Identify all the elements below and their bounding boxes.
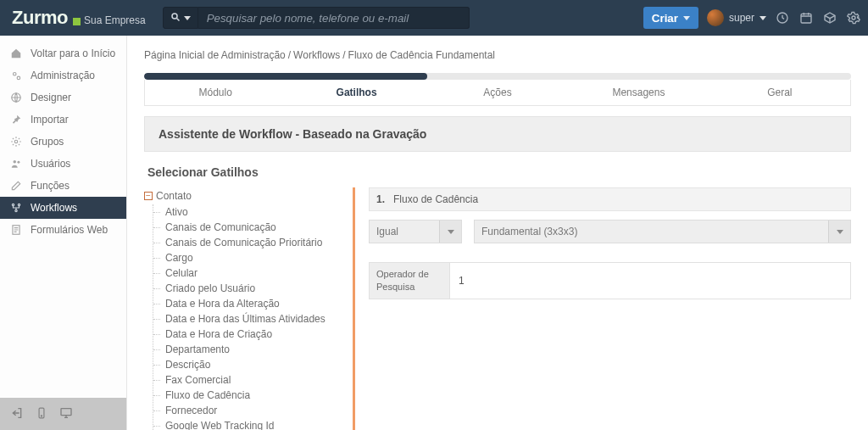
svg-point-12: [18, 204, 19, 205]
user-label: super: [729, 12, 754, 24]
trigger-field-label: Fluxo de Cadência: [393, 193, 478, 205]
panel-subheader: Selecionar Gatilhos: [144, 152, 851, 184]
svg-point-9: [14, 160, 17, 164]
gears-icon: [10, 70, 22, 81]
search-icon: [170, 12, 181, 25]
tree-leaf[interactable]: Fluxo de Cadência: [159, 388, 339, 403]
breadcrumb-separator: /: [288, 49, 291, 61]
svg-point-10: [17, 161, 19, 164]
sidenav-item-label: Usuários: [31, 158, 70, 170]
wizard-step-módulo[interactable]: Módulo: [145, 80, 286, 105]
operator-value: Igual: [376, 226, 398, 237]
chevron-down-icon: [184, 16, 191, 20]
svg-point-16: [41, 415, 42, 416]
globe-icon: [10, 92, 22, 103]
phone-icon[interactable]: [36, 407, 47, 422]
panel-title: Assistente de Workflow - Baseado na Grav…: [144, 116, 851, 152]
sidenav-item-push-pin[interactable]: Importar: [0, 109, 126, 131]
brand-name: Zurmo: [12, 7, 68, 29]
create-button[interactable]: Criar: [643, 7, 698, 29]
breadcrumb-item[interactable]: Workflows: [293, 49, 340, 61]
sidenav-item-label: Voltar para o Início: [31, 47, 115, 59]
wizard-progress-fill: [144, 73, 427, 80]
svg-point-6: [17, 76, 20, 80]
workflow-icon: [10, 202, 22, 214]
wizard-step-mensagens[interactable]: Mensagens: [568, 80, 709, 105]
chevron-down-icon: [683, 16, 690, 20]
avatar: [707, 9, 724, 26]
tree-leaf[interactable]: Descrição: [159, 357, 339, 372]
create-button-label: Criar: [652, 12, 678, 25]
sidenav-item-home[interactable]: Voltar para o Início: [0, 42, 126, 64]
tree-leaf[interactable]: Data e Hora da Alteração: [159, 296, 339, 311]
sidenav-item-workflow[interactable]: Workflows: [0, 197, 126, 219]
tree-collapse-icon[interactable]: −: [144, 192, 153, 200]
tree-leaf[interactable]: Cargo: [159, 250, 339, 265]
search-scope-dropdown[interactable]: [163, 7, 198, 29]
svg-rect-17: [61, 408, 71, 415]
tree-leaf[interactable]: Celular: [159, 265, 339, 281]
tree-leaf[interactable]: Canais de Comunicação Prioritário: [159, 235, 339, 250]
topbar: Zurmo Sua Empresa Criar super: [0, 0, 868, 36]
operator-select[interactable]: Igual: [369, 220, 462, 243]
sidenav-item-label: Funções: [31, 180, 70, 192]
form-icon: [10, 224, 22, 236]
structure-label: Operador de Pesquisa: [369, 262, 450, 299]
recent-icon[interactable]: [775, 10, 790, 25]
search-input[interactable]: [198, 7, 470, 29]
value-value: Fundamental (3x3x3): [481, 226, 577, 237]
sidenav-item-label: Formulários Web: [31, 224, 108, 236]
brand-square-icon: [73, 18, 81, 25]
chevron-down-icon: [828, 221, 850, 243]
brand-company: Sua Empresa: [84, 14, 146, 26]
breadcrumb-item[interactable]: Página Inicial de Administração: [144, 49, 286, 61]
sidenav-item-users[interactable]: Usuários: [0, 153, 126, 175]
tree-leaf[interactable]: Fax Comercial: [159, 372, 339, 388]
push-pin-icon: [10, 114, 22, 126]
box-icon[interactable]: [822, 10, 837, 25]
svg-line-1: [176, 18, 179, 20]
sidenav: Voltar para o InícioAdministraçãoDesigne…: [0, 36, 127, 430]
tree-leaf[interactable]: Google Web Tracking Id: [159, 418, 339, 430]
user-menu[interactable]: super: [707, 9, 766, 26]
sidenav-item-label: Workflows: [31, 202, 77, 214]
field-tree: − Contato AtivoCanais de ComunicaçãoCana…: [144, 187, 339, 430]
wizard-step-geral[interactable]: Geral: [709, 80, 850, 105]
sidenav-item-label: Administração: [31, 70, 95, 81]
svg-point-0: [172, 14, 177, 19]
wizard-step-gatilhos[interactable]: Gatilhos: [286, 80, 426, 105]
brand-logo[interactable]: Zurmo Sua Empresa: [7, 7, 151, 29]
sidenav-item-form[interactable]: Formulários Web: [0, 219, 126, 241]
tree-leaf[interactable]: Fornecedor: [159, 403, 339, 418]
gear-icon[interactable]: [846, 10, 861, 25]
tree-leaf[interactable]: Ativo: [159, 204, 339, 220]
gear-group-icon: [10, 136, 22, 148]
tree-leaf[interactable]: Criado pelo Usuário: [159, 281, 339, 296]
wizard-progress: [144, 73, 851, 80]
sidenav-item-globe[interactable]: Designer: [0, 87, 126, 109]
svg-point-5: [14, 73, 17, 76]
edit-icon: [10, 180, 22, 192]
wizard-step-ações[interactable]: Ações: [427, 80, 568, 105]
trigger-index: 1.: [376, 193, 385, 205]
sidenav-item-label: Designer: [31, 92, 71, 103]
tree-leaf[interactable]: Data e Hora das Últimas Atividades: [159, 311, 339, 327]
sidenav-item-gear-group[interactable]: Grupos: [0, 131, 126, 153]
chevron-down-icon: [439, 221, 461, 243]
tree-root[interactable]: − Contato: [144, 187, 339, 204]
tree-leaf[interactable]: Departamento: [159, 342, 339, 357]
sidenav-item-edit[interactable]: Funções: [0, 175, 126, 197]
svg-point-11: [12, 204, 14, 205]
svg-point-4: [852, 16, 855, 20]
sidenav-item-gears[interactable]: Administração: [0, 64, 126, 87]
content: Página Inicial de Administração/Workflow…: [127, 36, 868, 430]
breadcrumb-item: Fluxo de Cadência Fundamental: [348, 49, 495, 61]
desktop-icon[interactable]: [59, 406, 73, 422]
tree-leaf[interactable]: Canais de Comunicação: [159, 220, 339, 235]
tree-leaf[interactable]: Data e Hora de Criação: [159, 327, 339, 342]
calendar-icon[interactable]: [798, 10, 814, 25]
value-select[interactable]: Fundamental (3x3x3): [474, 220, 851, 243]
sidenav-item-label: Grupos: [31, 136, 64, 148]
exit-icon[interactable]: [10, 406, 24, 422]
structure-input[interactable]: [457, 270, 843, 292]
